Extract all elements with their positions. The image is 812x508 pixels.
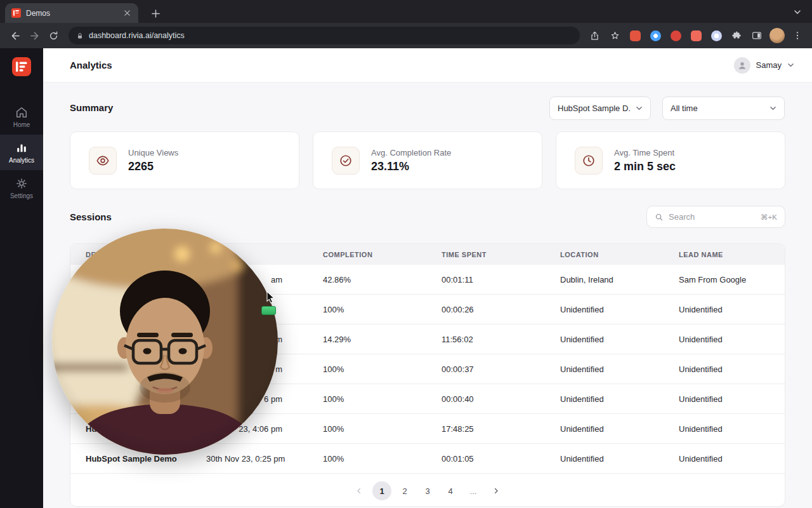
app-sidebar: Home Analytics Settings: [0, 48, 43, 508]
chevron-down-icon: [787, 62, 794, 69]
chevron-down-icon: [769, 105, 776, 112]
cell-location: Unidentified: [560, 364, 679, 374]
cell-lead-name: Unidentified: [679, 454, 785, 464]
mouse-cursor: [266, 291, 277, 304]
cell-lead-name: Unidentified: [679, 394, 785, 404]
rivia-logo[interactable]: [12, 57, 31, 76]
page-title: Analytics: [70, 60, 112, 70]
tab-list-chevron-icon[interactable]: [790, 5, 804, 19]
summary-heading: Summary: [70, 102, 113, 113]
tab-favicon-icon: [11, 8, 21, 18]
demo-filter-value: HubSpot Sample D...: [558, 104, 631, 113]
browser-profile-avatar[interactable]: [769, 27, 785, 44]
sidebar-item-label: Home: [13, 121, 30, 128]
cell-date: 30th Nov 23, 0:25 pm: [206, 454, 323, 464]
url-bar[interactable]: dashboard.rivia.ai/analytics: [69, 27, 580, 44]
sidebar-item-settings[interactable]: Settings: [0, 170, 43, 206]
sidebar-nav: Home Analytics Settings: [0, 99, 43, 206]
extension-icon-2[interactable]: [647, 27, 664, 44]
stat-card-unique-views: Unique Views 2265: [70, 131, 299, 189]
sidebar-item-analytics[interactable]: Analytics: [0, 135, 43, 170]
extension-icon-1[interactable]: [627, 27, 643, 44]
stat-card-time-spent: Avg. Time Spent 2 min 5 sec: [556, 131, 785, 189]
cell-completion: 100%: [323, 424, 442, 434]
user-avatar: [734, 57, 750, 74]
cell-location: Dublin, Ireland: [560, 275, 679, 284]
cell-completion: 100%: [323, 454, 442, 464]
pagination-page-2[interactable]: 2: [395, 481, 414, 500]
back-button[interactable]: [6, 27, 24, 44]
cell-time-spent: 17:48:25: [442, 424, 560, 434]
cell-time-spent: 00:00:37: [442, 364, 560, 374]
user-menu[interactable]: Samay: [734, 57, 794, 74]
check-circle-icon: [332, 147, 360, 175]
cell-time-spent: 00:01:05: [442, 454, 560, 464]
forward-button[interactable]: [25, 27, 43, 44]
cell-completion: 14.29%: [323, 335, 442, 344]
cell-location: Unidentified: [560, 424, 679, 434]
browser-actions: [586, 27, 806, 44]
search-shortcut: ⌘+K: [761, 213, 777, 222]
extension-icon-3[interactable]: [667, 27, 684, 44]
green-status-toast: [261, 306, 276, 315]
sessions-heading: Sessions: [70, 211, 112, 222]
app-header: Analytics Samay: [43, 48, 812, 83]
stat-value: 2 min 5 sec: [614, 160, 676, 173]
cell-time-spent: 11:56:02: [442, 335, 560, 344]
cell-location: Unidentified: [560, 305, 679, 314]
home-icon: [15, 106, 28, 119]
cell-lead-name: Unidentified: [679, 364, 785, 374]
summary-cards: Unique Views 2265 Avg. Completion Rate 2…: [70, 131, 785, 189]
stat-label: Avg. Completion Rate: [371, 148, 451, 157]
bookmark-star-icon[interactable]: [606, 27, 623, 44]
pagination-prev-icon[interactable]: [350, 481, 369, 500]
cell-time-spent: 00:00:26: [442, 305, 560, 314]
tab-title: Demos: [26, 9, 117, 18]
new-tab-button[interactable]: [147, 5, 164, 22]
bar-chart-icon: [15, 142, 28, 154]
extensions-puzzle-icon[interactable]: [728, 27, 745, 44]
cell-time-spent: 00:00:40: [442, 394, 560, 404]
user-name: Samay: [756, 60, 782, 70]
cell-completion: 100%: [323, 364, 442, 374]
pagination-next-icon[interactable]: [487, 481, 506, 500]
clock-icon: [575, 147, 603, 175]
browser-toolbar: dashboard.rivia.ai/analytics: [0, 23, 812, 48]
webcam-overlay[interactable]: [52, 229, 278, 455]
cell-time-spent: 00:01:11: [442, 275, 560, 284]
search-input[interactable]: [669, 212, 756, 222]
stat-value: 23.11%: [371, 160, 451, 173]
pagination-page-4[interactable]: 4: [441, 481, 460, 500]
extension-icon-4[interactable]: [688, 27, 704, 44]
column-header-time-spent: TIME SPENT: [442, 251, 560, 258]
browser-menu-kebab-icon[interactable]: [789, 27, 806, 44]
stat-value: 2265: [128, 160, 178, 173]
pagination-pages: 1234...: [372, 481, 483, 500]
cell-completion: 42.86%: [323, 275, 442, 284]
tab-close-icon[interactable]: [122, 8, 132, 18]
cell-lead-name: Sam From Google: [679, 275, 785, 284]
cell-location: Unidentified: [560, 394, 679, 404]
search-icon: [655, 213, 664, 222]
pagination-page-3[interactable]: 3: [418, 481, 437, 500]
sessions-search[interactable]: ⌘+K: [646, 206, 785, 228]
pagination: 1234...: [70, 481, 785, 500]
pagination-page-1[interactable]: 1: [372, 481, 391, 500]
reload-button[interactable]: [44, 27, 62, 44]
chevron-down-icon: [636, 105, 643, 112]
stat-label: Avg. Time Spent: [614, 148, 676, 157]
time-filter-select[interactable]: All time: [662, 97, 785, 120]
sidebar-item-label: Analytics: [9, 157, 34, 164]
stat-card-completion-rate: Avg. Completion Rate 23.11%: [313, 131, 542, 189]
eye-icon: [89, 147, 117, 175]
cell-lead-name: Unidentified: [679, 305, 785, 314]
lock-icon: [76, 32, 84, 40]
share-icon[interactable]: [586, 27, 603, 44]
extension-icon-5[interactable]: [708, 27, 724, 44]
column-header-completion: COMPLETION: [323, 251, 442, 258]
side-panel-icon[interactable]: [749, 27, 765, 44]
gear-icon: [15, 177, 28, 190]
demo-filter-select[interactable]: HubSpot Sample D...: [549, 97, 651, 120]
sidebar-item-home[interactable]: Home: [0, 99, 43, 135]
browser-tab[interactable]: Demos: [5, 3, 138, 23]
